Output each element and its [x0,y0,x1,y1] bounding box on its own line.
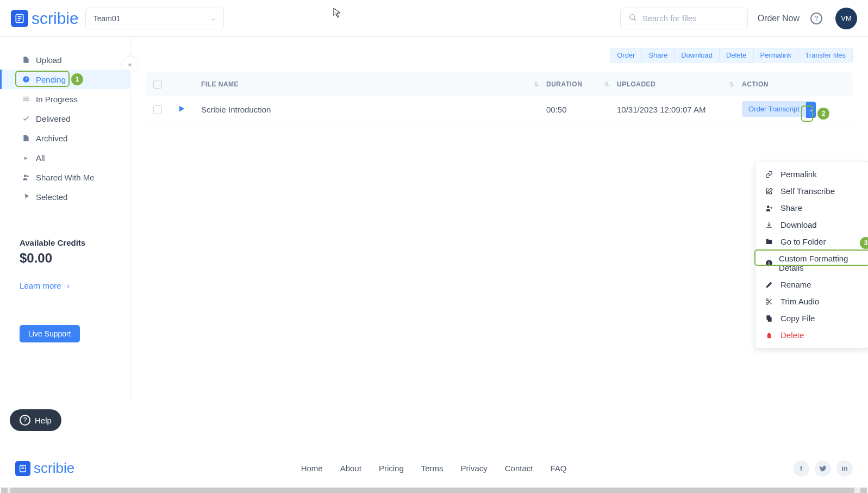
file-icon [22,56,30,64]
download-icon [765,221,775,229]
sidebar-item-label: Delivered [36,114,70,123]
sidebar-item-in-progress[interactable]: In Progress [0,89,130,109]
sidebar: « Upload Pending 1 In Progress Delivered… [0,37,130,401]
help-widget[interactable]: ? Help [10,409,61,431]
svg-rect-21 [766,315,770,320]
avatar[interactable]: VM [835,8,857,29]
sort-icon[interactable]: ⇅ [729,81,734,88]
menu-copy-file[interactable]: Copy File [755,310,868,327]
help-icon[interactable]: ? [810,13,822,24]
menu-custom-formatting[interactable]: iCustom Formatting Details [755,250,868,276]
footer-link-terms[interactable]: Terms [421,464,444,473]
menu-download[interactable]: Download [755,216,868,233]
twitter-icon[interactable] [815,460,831,477]
footer-link-home[interactable]: Home [301,464,323,473]
menu-delete[interactable]: Delete [755,327,868,344]
pencil-icon [765,281,775,289]
action-download-button[interactable]: Download [675,48,720,63]
info-icon: i [765,259,773,267]
menu-self-transcribe[interactable]: Self Transcribe [755,183,868,199]
clock-icon [22,76,30,83]
chevron-right-icon: › [67,281,70,290]
sidebar-item-label: Archived [36,134,67,143]
row-dropdown-toggle[interactable]: ⌄ [806,102,816,118]
sidebar-item-upload[interactable]: Upload [0,50,130,70]
col-file-name[interactable]: FILE NAME [201,80,239,88]
order-now-link[interactable]: Order Now [758,14,800,23]
footer-logo-text: scribie [34,460,74,477]
sidebar-item-selected[interactable]: Selected [0,187,130,207]
users-icon [22,173,30,181]
folder-icon [765,238,775,246]
row-file-name[interactable]: Scribie Introduction [201,105,546,114]
logo[interactable]: scribie [11,9,79,28]
sidebar-item-delivered[interactable]: Delivered [0,109,130,128]
pointer-icon [22,193,30,201]
action-delete-button[interactable]: Delete [720,48,754,63]
step-badge-2: 2 [817,108,829,120]
content: Order Share Download Delete Permalink Tr… [130,37,868,401]
table-row: Scribie Introduction 00:50 10/31/2023 12… [146,96,853,123]
horizontal-scrollbar[interactable] [1,488,867,493]
col-duration[interactable]: DURATION [546,80,582,88]
row-duration: 00:50 [546,105,617,114]
footer-link-faq[interactable]: FAQ [550,464,566,473]
learn-more-link[interactable]: Learn more › [20,281,119,290]
team-select[interactable]: Team01 ⌄ [85,8,224,29]
svg-point-4 [629,15,634,20]
sidebar-item-label: Pending [36,75,66,84]
row-dropdown-menu: Permalink Self Transcribe Share Download… [755,161,868,348]
sidebar-item-shared[interactable]: Shared With Me [0,167,130,187]
logo-icon [11,10,28,27]
credits-amount: $0.00 [20,251,119,266]
archive-icon [22,134,30,142]
footer-logo[interactable]: scribie [15,460,74,477]
sidebar-item-pending[interactable]: Pending [0,70,130,89]
search-box[interactable] [620,8,748,29]
menu-share[interactable]: Share [755,199,868,216]
footer-link-pricing[interactable]: Pricing [379,464,404,473]
live-support-button[interactable]: Live Support [20,325,80,342]
sidebar-item-archived[interactable]: Archived [0,128,130,148]
play-icon[interactable] [177,105,186,115]
scrollbar-thumb[interactable] [10,488,854,493]
action-order-button[interactable]: Order [610,48,642,63]
step-badge-1: 1 [71,73,83,85]
footer-link-about[interactable]: About [340,464,361,473]
logo-icon [15,461,30,476]
sidebar-item-label: Upload [36,55,62,65]
header: scribie Team01 ⌄ Order Now ? VM [0,0,868,37]
row-checkbox[interactable] [153,105,162,114]
menu-permalink[interactable]: Permalink [755,166,868,183]
order-transcript-button[interactable]: Order Transcript [742,101,806,117]
col-uploaded[interactable]: UPLOADED [617,80,655,88]
row-uploaded: 10/31/2023 12:09:07 AM [617,105,742,114]
search-input[interactable] [642,14,740,23]
action-permalink-button[interactable]: Permalink [754,48,799,63]
progress-icon [22,95,30,103]
linkedin-icon[interactable]: in [836,460,853,477]
menu-go-to-folder[interactable]: Go to Folder [755,233,868,250]
credits-box: Available Credits $0.00 Learn more › [20,228,119,300]
select-all-checkbox[interactable] [153,80,162,89]
search-icon [628,13,637,23]
sort-icon[interactable]: ⇅ [604,81,609,88]
sidebar-item-all[interactable]: ▸ All [0,148,130,167]
footer-links: Home About Pricing Terms Privacy Contact… [301,464,567,473]
sidebar-item-label: Selected [36,192,67,202]
action-share-button[interactable]: Share [642,48,675,63]
sort-icon[interactable]: ⇅ [534,81,539,88]
footer-link-privacy[interactable]: Privacy [461,464,488,473]
help-icon: ? [20,415,30,426]
svg-point-17 [766,302,769,304]
action-transfer-button[interactable]: Transfer files [798,48,853,63]
menu-rename[interactable]: Rename [755,276,868,293]
footer-link-contact[interactable]: Contact [505,464,533,473]
col-action: ACTION [742,80,769,88]
svg-point-13 [767,205,770,208]
svg-text:i: i [769,261,770,266]
copy-icon [765,315,775,322]
credits-label: Available Credits [20,238,119,247]
facebook-icon[interactable]: f [793,460,809,477]
menu-trim-audio[interactable]: Trim Audio [755,293,868,310]
